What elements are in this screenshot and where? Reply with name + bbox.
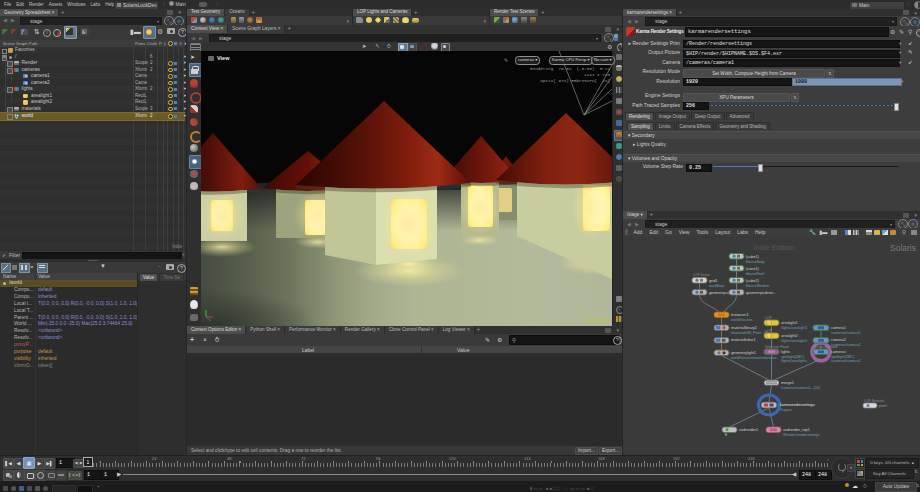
svg-text:world/houses: world/houses	[731, 318, 752, 322]
svg-text:Karma CPU: Karma CPU	[586, 318, 610, 323]
svg-text:materiallinker1: materiallinker1	[731, 338, 756, 342]
svg-text:/cameras/camera1: /cameras/camera1	[831, 359, 861, 363]
svg-text:world/houses/materials/area...: world/houses/materials/area...	[731, 356, 779, 360]
svg-text:spotlight(2MC): spotlight(2MC)	[831, 355, 854, 359]
svg-text:LOP: LOP	[765, 329, 773, 333]
svg-text:pixel: pixel	[879, 404, 887, 408]
svg-text:camera1: camera1	[831, 326, 846, 330]
svg-text:merge1: merge1	[781, 381, 794, 385]
svg-text:arealight1: arealight1	[781, 321, 798, 325]
svg-text:Indie Edition: Indie Edition	[753, 243, 794, 252]
svg-text:/materials/W_Floor...(4): /materials/W_Floor...(4)	[731, 331, 768, 335]
svg-text:geometrysubset...: geometrysubset...	[746, 291, 776, 295]
svg-text:/cameras/camera1: /cameras/camera1	[831, 331, 861, 335]
svg-text:karmarendersettings: karmarendersettings	[780, 403, 815, 407]
svg-text:HouseWindow: HouseWindow	[746, 284, 770, 288]
svg-text:LOP Network: LOP Network	[864, 399, 884, 403]
svg-text:(cube2): (cube2)	[746, 279, 760, 283]
svg-text:HouseBody: HouseBody	[746, 260, 765, 264]
svg-text:Selection Flood: Selection Flood	[814, 345, 837, 349]
svg-text:/lights/arealight1: /lights/arealight1	[781, 326, 807, 330]
svg-text:lights: lights	[781, 350, 790, 354]
svg-text:LOP house: LOP house	[693, 273, 710, 277]
svg-text:HouseRoof: HouseRoof	[746, 272, 764, 276]
svg-text:arealight2: arealight2	[781, 334, 798, 338]
svg-text:geometrylight1: geometrylight1	[731, 351, 756, 355]
svg-text:usdrender_rop1: usdrender_rop1	[783, 428, 810, 432]
svg-text:spotlight(2MC): spotlight(2MC)	[781, 355, 804, 359]
svg-text:usdrender1: usdrender1	[739, 428, 758, 432]
svg-text:/lights/arealights: /lights/arealights	[781, 359, 807, 363]
svg-text:/cameras/camera1...(12): /cameras/camera1...(12)	[781, 386, 820, 390]
svg-text:cameras: cameras	[831, 350, 846, 354]
svg-text:worldfloor: worldfloor	[709, 284, 725, 288]
svg-text:(cone1): (cone1)	[746, 267, 760, 271]
svg-text:Selection Flood: Selection Flood	[765, 345, 788, 349]
svg-text:(cube1): (cube1)	[746, 255, 760, 259]
svg-text:instancer1: instancer1	[731, 313, 749, 317]
svg-text:Solaris: Solaris	[890, 243, 916, 253]
svg-text:materiallibrary1: materiallibrary1	[731, 326, 757, 330]
svg-text:camera2: camera2	[831, 338, 846, 342]
svg-text:/Layers: /Layers	[780, 408, 792, 412]
svg-text:LOP: LOP	[765, 316, 773, 320]
svg-text:/Render/rendersettings: /Render/rendersettings	[783, 433, 820, 437]
svg-text:/lights/arealight2: /lights/arealight2	[781, 339, 807, 343]
svg-text:grid1: grid1	[709, 279, 717, 283]
